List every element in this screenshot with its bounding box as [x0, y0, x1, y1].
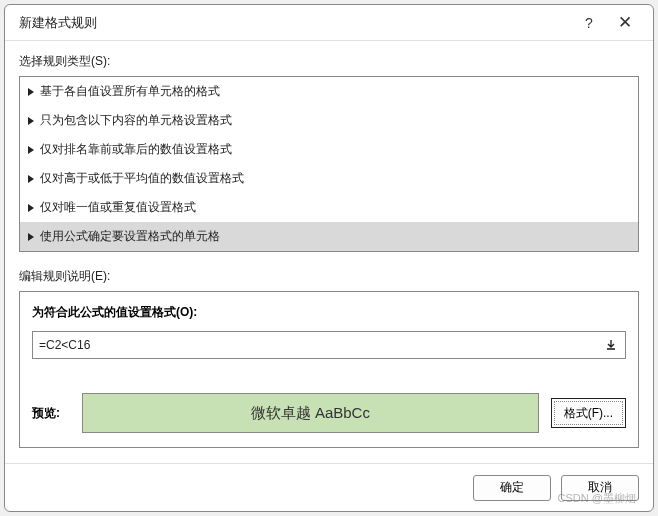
edit-rule-panel: 为符合此公式的值设置格式(O): 预览: 微软卓越 AaBbCc 格式(F)..…	[19, 291, 639, 448]
preview-sample: 微软卓越 AaBbCc	[82, 393, 539, 433]
new-format-rule-dialog: 新建格式规则 ? ✕ 选择规则类型(S): 基于各自值设置所有单元格的格式 只为…	[4, 4, 654, 512]
triangle-right-icon	[28, 175, 34, 183]
rule-type-text: 仅对排名靠前或靠后的数值设置格式	[40, 141, 232, 158]
select-rule-type-label: 选择规则类型(S):	[19, 53, 639, 70]
formula-panel-label: 为符合此公式的值设置格式(O):	[32, 304, 626, 321]
preview-row: 预览: 微软卓越 AaBbCc 格式(F)...	[32, 393, 626, 433]
rule-type-text: 使用公式确定要设置格式的单元格	[40, 228, 220, 245]
ok-button[interactable]: 确定	[473, 475, 551, 501]
rule-type-item[interactable]: 仅对唯一值或重复值设置格式	[20, 193, 638, 222]
help-icon[interactable]: ?	[575, 15, 603, 31]
rule-type-text: 仅对高于或低于平均值的数值设置格式	[40, 170, 244, 187]
close-icon[interactable]: ✕	[611, 12, 639, 33]
triangle-right-icon	[28, 117, 34, 125]
edit-rule-label: 编辑规则说明(E):	[19, 268, 639, 285]
triangle-right-icon	[28, 233, 34, 241]
rule-type-item[interactable]: 仅对高于或低于平均值的数值设置格式	[20, 164, 638, 193]
rule-type-text: 仅对唯一值或重复值设置格式	[40, 199, 196, 216]
svg-rect-0	[607, 348, 615, 350]
rule-type-item[interactable]: 使用公式确定要设置格式的单元格	[20, 222, 638, 251]
triangle-right-icon	[28, 88, 34, 96]
formula-input-row	[32, 331, 626, 359]
rule-type-item[interactable]: 基于各自值设置所有单元格的格式	[20, 77, 638, 106]
triangle-right-icon	[28, 146, 34, 154]
dialog-title: 新建格式规则	[19, 14, 575, 32]
format-button[interactable]: 格式(F)...	[551, 398, 626, 428]
preview-label: 预览:	[32, 405, 82, 422]
rule-type-item[interactable]: 只为包含以下内容的单元格设置格式	[20, 106, 638, 135]
triangle-right-icon	[28, 204, 34, 212]
cancel-button[interactable]: 取消	[561, 475, 639, 501]
rule-type-text: 只为包含以下内容的单元格设置格式	[40, 112, 232, 129]
dialog-footer: 确定 取消	[5, 463, 653, 511]
rule-type-list: 基于各自值设置所有单元格的格式 只为包含以下内容的单元格设置格式 仅对排名靠前或…	[19, 76, 639, 252]
rule-type-text: 基于各自值设置所有单元格的格式	[40, 83, 220, 100]
dialog-content: 选择规则类型(S): 基于各自值设置所有单元格的格式 只为包含以下内容的单元格设…	[5, 41, 653, 463]
rule-type-item[interactable]: 仅对排名靠前或靠后的数值设置格式	[20, 135, 638, 164]
formula-input[interactable]	[39, 338, 603, 352]
titlebar: 新建格式规则 ? ✕	[5, 5, 653, 41]
collapse-dialog-icon[interactable]	[603, 337, 619, 353]
